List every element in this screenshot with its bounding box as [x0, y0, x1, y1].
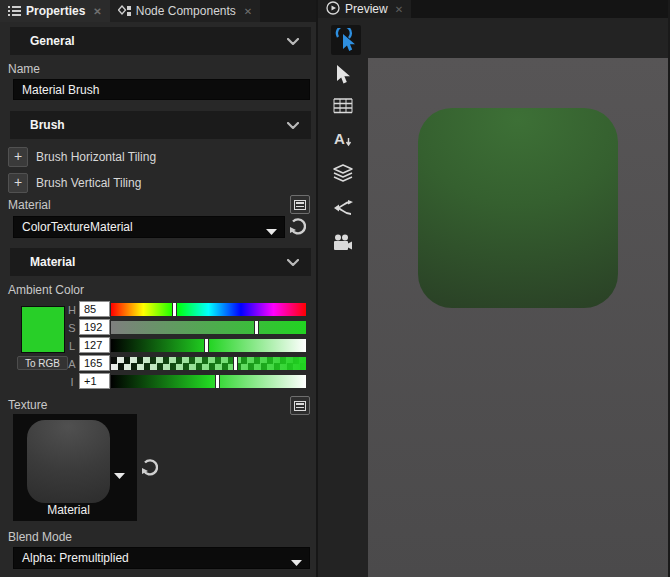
material-editor-button[interactable]: [290, 195, 310, 214]
section-title: Material: [30, 255, 75, 269]
properties-list-icon: [8, 6, 21, 17]
tool-text[interactable]: A: [333, 129, 353, 149]
connections-icon: [333, 200, 353, 216]
left-tabbar: Properties ✕ Node Components ✕: [0, 0, 316, 22]
tab-label: Properties: [26, 4, 85, 18]
select-cursor-icon: [335, 65, 351, 85]
editor-window-icon: [294, 200, 306, 210]
texture-goto-button[interactable]: [139, 458, 159, 478]
brush-horizontal-tiling-label: Brush Horizontal Tiling: [36, 150, 156, 164]
chevron-down-icon: [291, 555, 302, 569]
add-brush-vertical-tiling-button[interactable]: +: [8, 173, 28, 193]
alpha-value-input[interactable]: [79, 355, 110, 371]
section-header-brush[interactable]: Brush: [10, 111, 311, 139]
color-swatch[interactable]: [21, 306, 65, 353]
close-icon[interactable]: ✕: [93, 6, 101, 17]
tab-properties[interactable]: Properties ✕: [0, 0, 110, 22]
tab-label: Preview: [345, 2, 388, 16]
alpha-slider-marker[interactable]: [233, 356, 238, 371]
blend-mode-value: Alpha: Premultiplied: [22, 551, 129, 565]
name-input[interactable]: Material Brush: [13, 79, 310, 100]
saturation-slider[interactable]: [111, 321, 306, 334]
ambient-color-label: Ambient Color: [8, 283, 84, 297]
circular-arrow-icon: [288, 218, 306, 236]
saturation-value-input[interactable]: [79, 319, 110, 335]
alpha-label: A: [68, 358, 76, 370]
circular-arrow-icon: [140, 459, 158, 477]
material-label: Material: [8, 198, 51, 212]
svg-text:A: A: [334, 130, 345, 147]
hue-value-input[interactable]: [79, 301, 110, 317]
add-brush-horizontal-tiling-button[interactable]: +: [8, 147, 28, 167]
grid-icon: [333, 98, 353, 114]
preview-viewport[interactable]: [368, 58, 668, 577]
blend-mode-dropdown[interactable]: Alpha: Premultiplied: [13, 547, 310, 569]
tool-connections[interactable]: [333, 198, 353, 218]
tab-node-components[interactable]: Node Components ✕: [110, 0, 260, 22]
lightness-slider[interactable]: [111, 339, 306, 352]
blend-mode-label: Blend Mode: [8, 530, 72, 544]
tool-layers[interactable]: [333, 163, 353, 183]
chevron-down-icon: [287, 38, 299, 45]
editor-window-icon: [294, 401, 306, 411]
saturation-label: S: [68, 322, 76, 334]
kanzi-studio-window: Properties ✕ Node Components ✕ General N…: [0, 0, 670, 577]
hue-slider[interactable]: [111, 303, 306, 316]
section-header-general[interactable]: General: [10, 27, 311, 55]
intensity-slider-marker[interactable]: [215, 374, 220, 389]
tool-select[interactable]: [333, 65, 353, 85]
name-label: Name: [8, 62, 40, 76]
hue-slider-marker[interactable]: [172, 302, 177, 317]
intensity-label: I: [68, 376, 76, 388]
close-icon[interactable]: ✕: [395, 4, 403, 15]
text-tool-icon: A: [333, 130, 353, 148]
section-header-material[interactable]: Material: [10, 248, 311, 276]
play-circle-icon: [326, 1, 340, 18]
tool-interactive-select[interactable]: [331, 25, 361, 55]
name-value: Material Brush: [22, 83, 99, 97]
lightness-slider-marker[interactable]: [204, 338, 209, 353]
saturation-slider-marker[interactable]: [254, 320, 259, 335]
section-title: Brush: [30, 118, 65, 132]
to-rgb-button[interactable]: To RGB: [17, 356, 68, 370]
close-icon[interactable]: ✕: [244, 6, 252, 17]
material-dropdown-value: ColorTextureMaterial: [22, 220, 133, 234]
texture-thumbnail[interactable]: [27, 420, 110, 503]
intensity-slider[interactable]: [111, 375, 306, 388]
camera-icon: [333, 234, 353, 251]
section-title: General: [30, 34, 75, 48]
texture-picker[interactable]: Material: [13, 414, 137, 521]
tool-camera[interactable]: [333, 232, 353, 252]
alpha-slider[interactable]: [111, 357, 306, 370]
brush-vertical-tiling-label: Brush Vertical Tiling: [36, 176, 141, 190]
preview-green-square[interactable]: [418, 108, 618, 308]
interactive-select-icon: [335, 28, 357, 52]
texture-editor-button[interactable]: [290, 396, 310, 415]
preview-panel: Preview ✕: [318, 0, 668, 577]
material-goto-button[interactable]: [287, 217, 307, 237]
preview-tabbar: Preview ✕: [318, 0, 668, 18]
chevron-down-icon: [287, 259, 299, 266]
chevron-down-icon: [266, 224, 277, 238]
tab-label: Node Components: [136, 4, 236, 18]
properties-panel: Properties ✕ Node Components ✕ General N…: [0, 0, 318, 577]
tool-grid[interactable]: [333, 96, 353, 116]
layers-icon: [333, 164, 353, 182]
hue-label: H: [68, 304, 76, 316]
chevron-down-icon[interactable]: [114, 465, 125, 483]
node-components-icon: [118, 5, 131, 17]
lightness-label: L: [68, 340, 76, 352]
preview-toolbar: A: [318, 18, 368, 577]
material-dropdown[interactable]: ColorTextureMaterial: [13, 216, 285, 238]
lightness-value-input[interactable]: [79, 337, 110, 353]
texture-name: Material: [27, 503, 110, 517]
intensity-value-input[interactable]: [79, 373, 110, 389]
tab-preview[interactable]: Preview ✕: [318, 0, 411, 18]
texture-label: Texture: [8, 398, 47, 412]
chevron-down-icon: [287, 122, 299, 129]
